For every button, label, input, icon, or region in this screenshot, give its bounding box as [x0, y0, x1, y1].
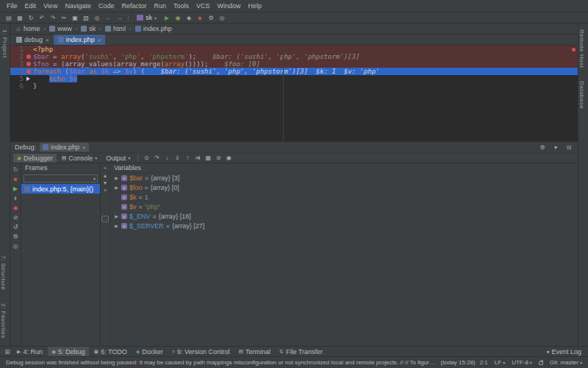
settings-wrench-icon[interactable]: ⚙ — [207, 14, 215, 22]
undo-icon[interactable]: ↶ — [37, 14, 46, 22]
toolwindow-button-7-structure[interactable]: 7: Structure — [0, 250, 7, 296]
code-line-5[interactable]: 5 echo $v — [10, 75, 578, 82]
toolwindow-button-docker[interactable]: ◈Docker — [132, 347, 167, 356]
breakpoint-icon[interactable] — [24, 62, 33, 66]
thread-selector[interactable]: ▾ — [24, 174, 98, 183]
force-step-into-icon[interactable]: ⇓ — [173, 154, 182, 162]
mute-breakpoints-icon[interactable]: ⊘ — [12, 213, 20, 221]
step-over-icon[interactable]: ↷ — [152, 154, 161, 162]
variable-row-bar[interactable]: ▶v$bar = {array} [3] — [110, 173, 578, 183]
run-with-coverage-icon[interactable]: ◈ — [184, 14, 193, 22]
breakpoint-icon[interactable] — [24, 69, 33, 74]
variable-row-env[interactable]: ▶v$_ENV = {array} [18] — [110, 211, 578, 221]
frame-up-icon[interactable]: ▲ — [103, 173, 108, 178]
caret-position[interactable]: 2:1 — [480, 359, 488, 366]
menu-help[interactable]: Help — [245, 1, 266, 11]
frame-down-icon[interactable]: ▼ — [103, 180, 108, 185]
breadcrumb-item-home[interactable]: ⌂home — [14, 25, 42, 32]
restore-layout-icon[interactable]: ↺ — [12, 223, 20, 230]
hide-icon[interactable]: ⊟ — [564, 144, 573, 152]
toolwindow-button-9-version-control[interactable]: ≡9: Version Control — [168, 347, 234, 356]
paste-icon[interactable]: ▧ — [82, 14, 90, 22]
menu-window[interactable]: Window — [214, 1, 245, 11]
close-icon[interactable]: × — [46, 37, 49, 43]
expand-arrow-icon[interactable]: ▶ — [114, 175, 119, 180]
copy-icon[interactable]: ▣ — [71, 14, 79, 22]
debug-tab-console[interactable]: ▤Console▾ — [58, 154, 101, 163]
code-line-3[interactable]: 3$foo = (array_values(array_merge(array(… — [10, 60, 578, 68]
menu-code[interactable]: Code — [95, 1, 118, 11]
pin-icon[interactable]: ◎ — [12, 242, 20, 250]
menu-vcs[interactable]: VCS — [193, 1, 214, 11]
toolwindow-button-terminal[interactable]: ▤Terminal — [234, 347, 274, 356]
menu-file[interactable]: File — [3, 1, 21, 11]
inspection-indicator-icon[interactable] — [572, 48, 576, 52]
menu-edit[interactable]: Edit — [21, 1, 40, 11]
menu-refactor[interactable]: Refactor — [118, 1, 150, 11]
code-line-6[interactable]: 6} — [10, 82, 578, 90]
toolwindow-switcher-icon[interactable]: ⊞ — [3, 348, 12, 355]
toolwindow-button-event-log[interactable]: ●Event Log — [542, 348, 585, 355]
debug-tab-debugger[interactable]: ◉Debugger — [13, 154, 57, 163]
expand-arrow-icon[interactable]: ▶ — [114, 223, 119, 228]
toolwindow-button-2-favorites[interactable]: 2: Favorites — [0, 297, 7, 344]
debug-icon[interactable]: ◉ — [173, 14, 182, 22]
toolwindow-button-6-todo[interactable]: ▣6: TODO — [90, 347, 131, 356]
editor-tab-debug[interactable]: debug× — [12, 35, 54, 45]
stop-icon[interactable]: ■ — [196, 14, 204, 22]
variable-row-server[interactable]: ▶v$_SERVER = {array} [27] — [110, 221, 578, 230]
resume-icon[interactable]: ▶ — [12, 185, 20, 192]
vcs-branch[interactable]: Git: master▾ — [550, 359, 582, 366]
find-icon[interactable]: ◎ — [93, 14, 101, 22]
menu-navigate[interactable]: Navigate — [61, 1, 95, 11]
sync-icon[interactable]: ↻ — [26, 14, 35, 22]
variable-row-v[interactable]: v$v = "php" — [110, 202, 578, 211]
execution-point-icon[interactable] — [24, 77, 33, 81]
code-line-4[interactable]: 4foreach ($bar as $k => $v) { $bar: ('su… — [10, 68, 578, 75]
toolwindow-button-1-project[interactable]: 1: Project — [1, 24, 8, 64]
settings-icon[interactable]: ⚙ — [12, 233, 20, 240]
chevron-down-icon[interactable]: ▾ — [551, 144, 560, 152]
breadcrumb-item-html[interactable]: html — [104, 25, 127, 32]
filter-icon[interactable]: ≡ — [104, 188, 107, 193]
more-icon[interactable]: … — [101, 216, 109, 222]
redo-icon[interactable]: ↷ — [49, 14, 57, 22]
run-icon[interactable]: ▶ — [162, 14, 171, 22]
readonly-lock[interactable] — [539, 360, 543, 365]
breakpoint-icon[interactable] — [24, 54, 33, 59]
toolwindow-button-file-transfer[interactable]: ⇅File Transfer — [276, 347, 326, 356]
rerun-icon[interactable]: ↻ — [12, 166, 20, 173]
menu-view[interactable]: View — [40, 1, 61, 11]
toolwindow-button-database[interactable]: Database — [578, 75, 585, 115]
breadcrumb-item-index-php[interactable]: index.php — [134, 25, 173, 32]
code-line-2[interactable]: 2$bar = array('sushi', 'php', 'phpstorm'… — [10, 53, 578, 60]
stop-icon[interactable]: ■ — [12, 175, 20, 183]
toolwindow-button-remote-host[interactable]: Remote Host — [578, 24, 585, 74]
close-icon[interactable]: × — [82, 144, 86, 151]
open-project-icon[interactable]: ▤ — [4, 14, 13, 22]
menu-run[interactable]: Run — [150, 1, 170, 11]
line-separator[interactable]: LF▾ — [495, 359, 505, 366]
cut-icon[interactable]: ✂ — [60, 14, 68, 22]
add-watch-icon[interactable]: + — [104, 166, 107, 171]
toolwindow-button-5-debug[interactable]: ◉5: Debug — [48, 347, 89, 356]
variable-row-foo[interactable]: ▶v$foo = {array} [0] — [110, 183, 578, 192]
debug-tab-output[interactable]: Output▾ — [102, 154, 134, 163]
pause-icon[interactable]: ‖ — [12, 194, 20, 202]
forward-icon[interactable]: → — [115, 14, 123, 22]
step-into-icon[interactable]: ↓ — [162, 154, 171, 162]
view-breakpoints-icon[interactable]: ◉ — [12, 204, 20, 211]
mute-breakpoints-icon[interactable]: ⊘ — [214, 154, 223, 162]
back-icon[interactable]: ← — [104, 14, 112, 22]
code-line-1[interactable]: 1<?php — [10, 46, 578, 53]
run-to-cursor-icon[interactable]: ⇉ — [193, 154, 202, 162]
menu-tools[interactable]: Tools — [170, 1, 193, 11]
evaluate-expression-icon[interactable]: ▦ — [204, 154, 212, 162]
code-editor[interactable]: 1<?php2$bar = array('sushi', 'php', 'php… — [10, 46, 578, 141]
close-icon[interactable]: × — [98, 37, 101, 43]
run-configuration-selector[interactable]: sk▾ — [133, 14, 160, 21]
search-everywhere-icon[interactable]: ◎ — [218, 14, 226, 22]
file-encoding[interactable]: UTF-8▾ — [512, 359, 532, 366]
expand-arrow-icon[interactable]: ▶ — [114, 185, 119, 190]
editor-tab-index-php[interactable]: index.php× — [54, 35, 106, 45]
